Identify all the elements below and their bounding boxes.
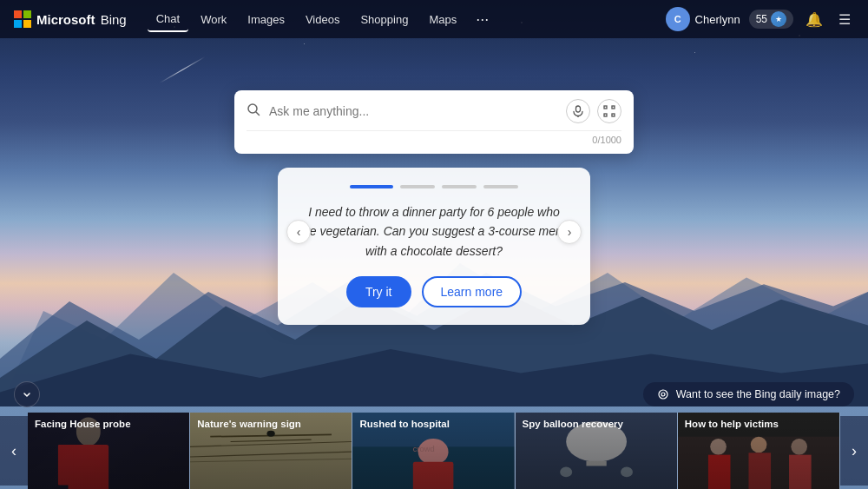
nav-links: Chat Work Images Videos Shopping Maps ··…: [148, 7, 666, 32]
bing-daily-image-prompt[interactable]: Want to see the Bing daily image?: [643, 382, 854, 406]
microphone-icon[interactable]: [566, 99, 590, 123]
search-icon: [247, 102, 260, 120]
try-it-button[interactable]: Try it: [346, 276, 411, 307]
news-card-5-title: How to help victims: [685, 418, 832, 431]
search-top-row: [247, 99, 621, 123]
card-next-button[interactable]: ›: [557, 220, 582, 244]
svg-rect-10: [604, 114, 607, 116]
news-card-3-title: Rushed to hospital: [359, 418, 507, 431]
news-card-2-title: Nature's warning sign: [197, 418, 345, 431]
svg-rect-6: [576, 106, 581, 112]
logo-area[interactable]: Microsoft Bing: [14, 10, 127, 28]
user-profile-area[interactable]: C Cherlynn: [666, 7, 740, 31]
nav-right-area: C Cherlynn 55 ★ 🔔 ☰: [666, 7, 854, 31]
svg-rect-11: [612, 114, 615, 116]
search-input[interactable]: [269, 104, 557, 118]
nav-chat[interactable]: Chat: [148, 7, 188, 32]
bing-image-text: Want to see the Bing daily image?: [676, 388, 840, 400]
collapse-button[interactable]: [14, 381, 40, 407]
avatar-initial: C: [674, 14, 681, 24]
svg-rect-9: [612, 106, 615, 109]
nav-images[interactable]: Images: [239, 8, 293, 31]
prompt-card-inner: ‹ I need to throw a dinner party for 6 p…: [299, 202, 569, 261]
hamburger-menu-icon[interactable]: ☰: [835, 8, 854, 31]
navigation-bar: Microsoft Bing Chat Work Images Videos S…: [0, 0, 868, 38]
microsoft-text: Microsoft: [36, 12, 95, 27]
camera-scan-icon[interactable]: [597, 99, 621, 123]
bottom-section: Want to see the Bing daily image? ‹ Faci…: [0, 376, 868, 489]
dot-4: [483, 185, 518, 188]
dot-3: [442, 185, 477, 188]
nav-maps[interactable]: Maps: [420, 8, 465, 31]
svg-line-5: [256, 112, 260, 116]
logo-text: Microsoft Bing: [36, 12, 127, 27]
nav-more-button[interactable]: ···: [469, 7, 496, 32]
progress-dots: [299, 185, 569, 188]
user-name: Cherlynn: [695, 13, 740, 26]
news-card-1-title: Facing House probe: [35, 418, 182, 431]
microsoft-logo-icon: [14, 10, 31, 28]
card-prev-button[interactable]: ‹: [286, 220, 311, 244]
search-divider: [247, 130, 621, 131]
notification-bell-icon[interactable]: 🔔: [802, 8, 826, 31]
news-prev-button[interactable]: ‹: [0, 416, 28, 486]
svg-rect-8: [604, 106, 607, 109]
svg-point-12: [659, 390, 667, 399]
nav-shopping[interactable]: Shopping: [352, 8, 417, 31]
points-count: 55: [756, 13, 767, 25]
prompt-card: ‹ I need to throw a dinner party for 6 p…: [278, 168, 590, 325]
news-next-button[interactable]: ›: [840, 416, 868, 486]
main-content: 0/1000 ‹ I need to throw a dinner party …: [0, 38, 868, 325]
news-strip: ‹ Facing House probe: [0, 413, 868, 489]
learn-more-button[interactable]: Learn more: [422, 276, 523, 307]
bing-text: Bing: [101, 12, 127, 27]
user-avatar: C: [666, 7, 690, 31]
news-card-5[interactable]: How to help victims: [678, 413, 840, 489]
nav-work[interactable]: Work: [192, 8, 235, 31]
nav-videos[interactable]: Videos: [297, 8, 349, 31]
news-card-1[interactable]: Facing House probe: [28, 413, 190, 489]
dot-2: [400, 185, 435, 188]
bottom-controls: Want to see the Bing daily image?: [0, 376, 868, 413]
news-card-2[interactable]: Nature's warning sign: [190, 413, 352, 489]
prompt-text: I need to throw a dinner party for 6 peo…: [299, 202, 569, 261]
card-buttons: Try it Learn more: [299, 276, 569, 307]
news-cards: Facing House probe Natur: [28, 413, 840, 489]
news-card-3[interactable]: crowd Rushed to hospital: [352, 413, 515, 489]
char-count: 0/1000: [247, 135, 621, 145]
svg-point-13: [661, 393, 665, 396]
dot-1: [350, 185, 393, 188]
search-right-icons: [566, 99, 621, 123]
search-container: 0/1000: [234, 90, 634, 154]
rewards-badge[interactable]: 55 ★: [749, 10, 793, 29]
rewards-icon: ★: [771, 11, 786, 27]
reward-symbol: ★: [775, 15, 782, 23]
news-card-4-title: Spy balloon recovery: [523, 418, 670, 431]
news-card-4[interactable]: Spy balloon recovery: [516, 413, 678, 489]
